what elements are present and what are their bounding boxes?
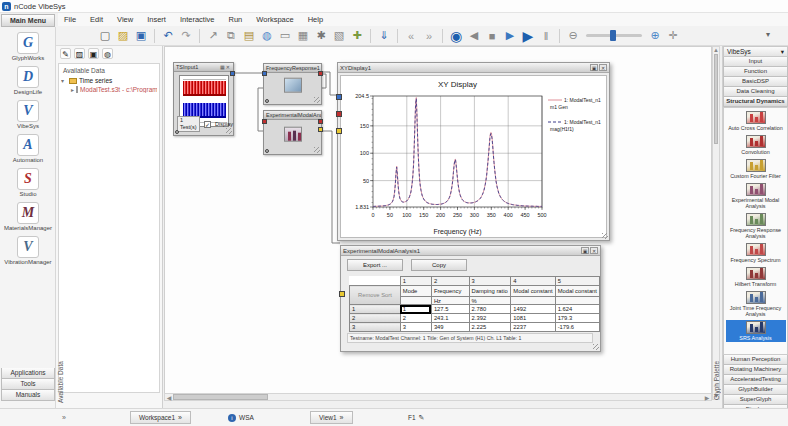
xydisplay-input-pad-3[interactable] bbox=[336, 128, 342, 134]
close-icon[interactable]: ✕ bbox=[599, 64, 607, 71]
modal-table-window[interactable]: ExperimentalModalAnalysis1 ▣✕ Export ...… bbox=[340, 245, 601, 352]
table-cell[interactable]: 1 bbox=[400, 305, 431, 314]
palette-group-function[interactable]: Function bbox=[723, 67, 788, 77]
row-header[interactable]: 3 bbox=[350, 323, 401, 332]
tests-count-button[interactable]: 1 Test(s) bbox=[177, 116, 200, 132]
tab-overflow-chevron[interactable]: » bbox=[62, 414, 66, 421]
table-cell[interactable]: 1081 bbox=[511, 314, 555, 323]
copy-button[interactable]: Copy bbox=[411, 259, 467, 271]
app-vibrationmanager[interactable]: VVibrationManager bbox=[0, 236, 56, 265]
modal-results-table[interactable]: 12345Remove SortModeFrequencyDamping rat… bbox=[349, 276, 600, 332]
palette-group-glyphbuilder[interactable]: GlyphBuilder bbox=[723, 385, 788, 395]
edit-icon[interactable]: ✎ bbox=[60, 48, 71, 59]
maximize-icon[interactable]: ▣ bbox=[581, 247, 589, 254]
xydisplay-input-pad-1[interactable] bbox=[336, 94, 342, 100]
palette-item-frequency-response-analysis[interactable]: Frequency Response Analysis bbox=[726, 212, 786, 240]
save-icon[interactable]: ▣ bbox=[133, 28, 149, 44]
resize-grip[interactable] bbox=[602, 233, 608, 239]
link-icon[interactable]: ▧ bbox=[331, 28, 347, 44]
table-cell[interactable]: 2.225 bbox=[469, 323, 511, 332]
scrollbar-thumb[interactable] bbox=[714, 54, 718, 144]
node-frequencyresponse1[interactable]: FrequencyResponse1 bbox=[263, 63, 322, 105]
app-glyphworks[interactable]: GGlyphWorks bbox=[0, 32, 56, 61]
menu-insert[interactable]: Insert bbox=[147, 15, 166, 24]
run-icon[interactable]: ▶ bbox=[520, 28, 536, 44]
table-cell[interactable]: 1.624 bbox=[555, 305, 599, 314]
menu-workspace[interactable]: Workspace bbox=[256, 15, 293, 24]
palette-item-srs-analysis[interactable]: SRS Analysis bbox=[726, 320, 786, 342]
tab-workspace1[interactable]: Workspace1» bbox=[130, 411, 191, 424]
maximize-icon[interactable]: ▣ bbox=[590, 64, 598, 71]
table-cell[interactable]: 2.780 bbox=[469, 305, 511, 314]
palette-group-rotating-machinery[interactable]: Rotating Machinery bbox=[723, 365, 788, 375]
open-file-icon[interactable]: ▨ bbox=[115, 28, 131, 44]
resize-grip[interactable] bbox=[314, 147, 320, 153]
tsinput-output-pad[interactable] bbox=[230, 71, 235, 76]
menu-run[interactable]: Run bbox=[229, 15, 243, 24]
table-cell[interactable]: 3 bbox=[400, 323, 431, 332]
table-cell[interactable]: 349 bbox=[431, 323, 469, 332]
app-vibesys[interactable]: VVibeSys bbox=[0, 100, 56, 129]
palette-group-basicdsp[interactable]: BasicDSP bbox=[723, 77, 788, 87]
table-cell[interactable]: 243.1 bbox=[431, 314, 469, 323]
palette-group-human-perception[interactable]: Human Perception bbox=[723, 355, 788, 365]
available-data-vertical-tab[interactable]: Available Data bbox=[57, 341, 64, 403]
ema-output-pad-2[interactable] bbox=[318, 127, 323, 132]
run-all-icon[interactable]: ◉ bbox=[448, 28, 464, 44]
palette-item-hilbert-transform[interactable]: Hilbert Transform bbox=[726, 266, 786, 288]
menu-interactive[interactable]: Interactive bbox=[180, 15, 215, 24]
node-properties-dot[interactable] bbox=[265, 149, 269, 153]
node-buttons[interactable]: ▦✕ bbox=[220, 63, 231, 71]
app-materialsmanager[interactable]: MMaterialsManager bbox=[0, 202, 56, 231]
resize-grip[interactable] bbox=[314, 97, 320, 103]
table-cell[interactable]: 1492 bbox=[511, 305, 555, 314]
new-file-icon[interactable]: ▢ bbox=[97, 28, 113, 44]
pause-icon[interactable]: ‖ bbox=[538, 28, 554, 44]
paste-icon[interactable]: ▤ bbox=[241, 28, 257, 44]
menu-help[interactable]: Help bbox=[308, 15, 323, 24]
tree-folder-time-series[interactable]: ▾ Time series bbox=[61, 77, 157, 84]
palette-group-acceleratedtesting[interactable]: AcceleratedTesting bbox=[723, 375, 788, 385]
tree-file-modaltest[interactable]: ▸ ModalTest.s3t - c:\Program File bbox=[61, 86, 157, 93]
node-properties-dot[interactable] bbox=[265, 99, 269, 103]
palette-header[interactable]: VibeSys ▾ bbox=[723, 46, 788, 57]
palette-group-input[interactable]: Input bbox=[723, 57, 788, 67]
zoom-slider-thumb[interactable] bbox=[610, 30, 616, 41]
duplicate-icon[interactable]: ▦ bbox=[295, 28, 311, 44]
save-data-icon[interactable]: ▣ bbox=[88, 48, 99, 59]
glyph-palette-vertical-tab[interactable]: Glyph Palette bbox=[713, 330, 720, 400]
scroll-right-icon[interactable]: ▶ bbox=[703, 394, 711, 401]
canvas-horizontal-scrollbar[interactable]: ◀ ▶ bbox=[164, 393, 712, 401]
palette-item-frequency-spectrum[interactable]: Frequency Spectrum bbox=[726, 242, 786, 264]
manuals-button[interactable]: Manuals bbox=[1, 390, 55, 401]
app-studio[interactable]: SStudio bbox=[0, 168, 56, 197]
zoom-slider[interactable] bbox=[586, 34, 642, 37]
node-properties-dot[interactable] bbox=[175, 130, 179, 134]
ema-output-pad[interactable] bbox=[318, 119, 323, 124]
resize-grip[interactable] bbox=[593, 344, 599, 350]
update-icon[interactable]: ⇓ bbox=[376, 28, 392, 44]
freqresp-output-pad[interactable] bbox=[318, 71, 323, 76]
close-icon[interactable]: ✕ bbox=[590, 247, 598, 254]
applications-button[interactable]: Applications bbox=[1, 368, 55, 379]
palette-item-auto-cross-correlation[interactable]: Auto Cross Correlation bbox=[726, 110, 786, 132]
tab-view1[interactable]: View1» bbox=[310, 411, 353, 424]
open-folder-icon[interactable]: ▨ bbox=[74, 48, 85, 59]
fit-view-icon[interactable]: ✛ bbox=[665, 28, 681, 44]
properties-icon[interactable]: ✱ bbox=[313, 28, 329, 44]
tools-button[interactable]: Tools bbox=[1, 379, 55, 390]
tree-expand-icon[interactable]: ▾ bbox=[61, 77, 67, 84]
palette-group-data-cleaning[interactable]: Data Cleaning bbox=[723, 87, 788, 97]
skip-back-icon[interactable]: « bbox=[403, 28, 419, 44]
tree-collapse-icon[interactable]: ▸ bbox=[71, 86, 74, 93]
ema-input-pad[interactable] bbox=[262, 119, 267, 124]
menu-view[interactable]: View bbox=[117, 15, 133, 24]
export-button[interactable]: Export ... bbox=[347, 259, 403, 271]
xydisplay-window[interactable]: XYDisplay1 ▣✕ XY Display0501001502002503… bbox=[337, 62, 610, 241]
web-data-icon[interactable]: ◍ bbox=[102, 48, 113, 59]
export-glyph-icon[interactable]: ✚ bbox=[349, 28, 365, 44]
node-experimentalmodalanalysis1[interactable]: ExperimentalModalAnalysis1 bbox=[263, 110, 322, 155]
copy-icon[interactable]: ⧉ bbox=[223, 28, 239, 44]
scroll-up-icon[interactable]: ▲ bbox=[713, 47, 719, 53]
table-input-pad[interactable] bbox=[339, 291, 345, 297]
